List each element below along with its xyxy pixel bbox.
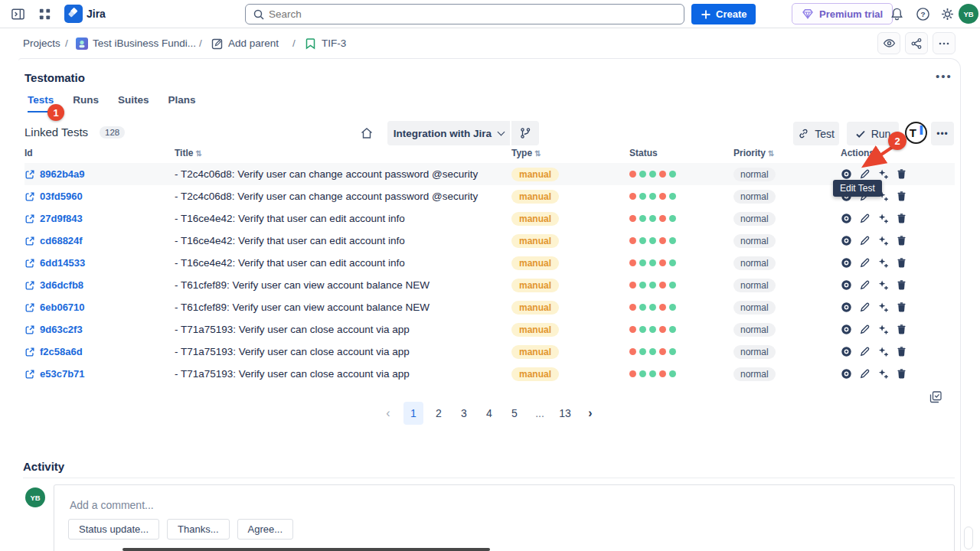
page-prev-button[interactable]: ‹ [378, 402, 398, 425]
edit-test-icon[interactable] [859, 257, 871, 269]
view-test-icon[interactable] [841, 168, 852, 180]
test-id-link[interactable]: 6eb06710 [40, 302, 85, 313]
ai-generate-icon[interactable] [877, 235, 889, 246]
sort-icon[interactable]: ⇅ [534, 149, 541, 158]
breadcrumb-issue-key[interactable]: TIF-3 [322, 37, 346, 49]
test-id-link[interactable]: cd68824f [40, 235, 83, 246]
page-button-2[interactable]: 2 [429, 402, 449, 425]
test-id-link[interactable]: 9d63c2f3 [40, 324, 83, 335]
app-switcher-icon[interactable] [38, 7, 52, 21]
table-row[interactable]: 8962b4a9 - T2c4c06d8: Verify user can ch… [24, 163, 955, 185]
table-row[interactable]: 03fd5960 - T2c4c06d8: Verify user can ch… [24, 185, 955, 207]
col-type[interactable]: Type [511, 148, 532, 158]
jira-logo[interactable] [64, 5, 83, 23]
edit-test-icon[interactable] [859, 368, 871, 380]
tab-runs[interactable]: Runs [73, 94, 99, 112]
collapse-sidebar-icon[interactable] [11, 7, 25, 21]
col-title[interactable]: Title [175, 148, 193, 158]
test-id-link[interactable]: 03fd5960 [40, 191, 83, 202]
test-id-link[interactable]: e53c7b71 [40, 368, 85, 380]
watch-button[interactable] [877, 32, 900, 54]
panel-more-button[interactable]: ••• [936, 70, 952, 83]
view-test-icon[interactable] [841, 235, 852, 246]
table-row[interactable]: 27d9f843 - T16ce4e42: Verify that user c… [24, 207, 955, 230]
create-button[interactable]: Create [691, 4, 756, 24]
test-button[interactable]: Test [793, 122, 839, 145]
breadcrumb-projects[interactable]: Projects [23, 37, 60, 49]
ai-generate-icon[interactable] [877, 302, 889, 313]
ai-generate-icon[interactable] [877, 168, 889, 180]
col-priority[interactable]: Priority [733, 148, 766, 158]
edit-test-icon[interactable] [859, 235, 871, 246]
test-id-link[interactable]: 8962b4a9 [40, 168, 85, 180]
view-test-icon[interactable] [841, 346, 852, 357]
view-test-icon[interactable] [841, 279, 852, 291]
search-input[interactable] [269, 5, 667, 24]
delete-test-icon[interactable] [896, 302, 907, 313]
view-test-icon[interactable] [841, 213, 852, 224]
delete-test-icon[interactable] [896, 191, 907, 202]
quick-reply-agree[interactable]: Agree... [237, 519, 294, 540]
edit-test-icon[interactable] [859, 168, 871, 180]
home-icon[interactable] [360, 126, 374, 140]
sort-icon[interactable]: ⇅ [195, 149, 201, 158]
test-id-link[interactable]: f2c58a6d [40, 346, 83, 357]
col-id[interactable]: Id [24, 148, 33, 158]
test-id-link[interactable]: 27d9f843 [40, 213, 83, 224]
page-button-1[interactable]: 1 [403, 402, 423, 425]
testomatio-logo-button[interactable]: T▐ [905, 122, 927, 144]
tab-plans[interactable]: Plans [168, 94, 196, 112]
page-button-13[interactable]: 13 [555, 402, 575, 425]
view-test-icon[interactable] [841, 324, 852, 335]
quick-reply-thanks[interactable]: Thanks... [167, 519, 229, 540]
table-row[interactable]: 3d6dcfb8 - T61cfef89: Verify user can vi… [24, 274, 955, 296]
premium-trial-button[interactable]: Premium trial [792, 3, 893, 24]
view-test-icon[interactable] [841, 257, 852, 269]
notifications-bell-icon[interactable] [890, 7, 904, 21]
share-button[interactable] [905, 32, 928, 54]
sort-icon[interactable]: ⇅ [768, 149, 774, 158]
ai-generate-icon[interactable] [877, 213, 889, 224]
settings-gear-icon[interactable] [940, 7, 955, 21]
ai-generate-icon[interactable] [877, 368, 889, 380]
toolbar-more-button[interactable]: ••• [931, 122, 954, 145]
edit-test-icon[interactable] [859, 346, 871, 357]
delete-test-icon[interactable] [896, 168, 907, 180]
delete-test-icon[interactable] [896, 346, 907, 357]
help-icon[interactable]: ? [916, 7, 930, 21]
edit-test-icon[interactable] [859, 213, 871, 224]
search-box[interactable] [245, 4, 684, 24]
test-id-link[interactable]: 3d6dcfb8 [40, 279, 83, 291]
comment-box[interactable]: Add a comment... Status update... Thanks… [54, 484, 955, 551]
scrollbar-thumb[interactable] [964, 527, 973, 549]
user-avatar[interactable]: YB [959, 4, 978, 24]
edit-test-icon[interactable] [859, 279, 871, 291]
page-button-4[interactable]: 4 [479, 402, 499, 425]
delete-test-icon[interactable] [896, 257, 907, 269]
delete-test-icon[interactable] [896, 235, 907, 246]
delete-test-icon[interactable] [896, 324, 907, 335]
view-test-icon[interactable] [841, 302, 852, 313]
table-row[interactable]: cd68824f - T16ce4e42: Verify that user c… [24, 230, 955, 252]
table-row[interactable]: f2c58a6d - T71a75193: Verify user can cl… [24, 341, 955, 363]
table-row[interactable]: 9d63c2f3 - T71a75193: Verify user can cl… [24, 318, 955, 341]
delete-test-icon[interactable] [896, 279, 907, 291]
view-test-icon[interactable] [841, 368, 852, 380]
page-next-button[interactable]: › [580, 402, 600, 425]
table-row[interactable]: 6dd14533 - T16ce4e42: Verify that user c… [24, 252, 955, 274]
table-row[interactable]: 6eb06710 - T61cfef89: Verify user can vi… [24, 296, 955, 318]
integration-dropdown[interactable]: Integration with Jira [387, 121, 510, 145]
tab-suites[interactable]: Suites [118, 94, 149, 112]
page-button-5[interactable]: 5 [505, 402, 524, 425]
test-id-link[interactable]: 6dd14533 [40, 257, 85, 269]
ai-generate-icon[interactable] [877, 346, 889, 357]
breadcrumb-project[interactable]: Test iBusiness Fundi... [93, 37, 196, 49]
delete-test-icon[interactable] [896, 213, 907, 224]
delete-test-icon[interactable] [896, 368, 907, 380]
table-row[interactable]: e53c7b71 - T71a75193: Verify user can cl… [24, 363, 955, 385]
ai-generate-icon[interactable] [877, 324, 889, 335]
edit-test-icon[interactable] [859, 302, 871, 313]
quick-reply-status-update[interactable]: Status update... [68, 519, 159, 540]
edit-test-icon[interactable] [859, 324, 871, 335]
comment-placeholder[interactable]: Add a comment... [70, 499, 154, 511]
